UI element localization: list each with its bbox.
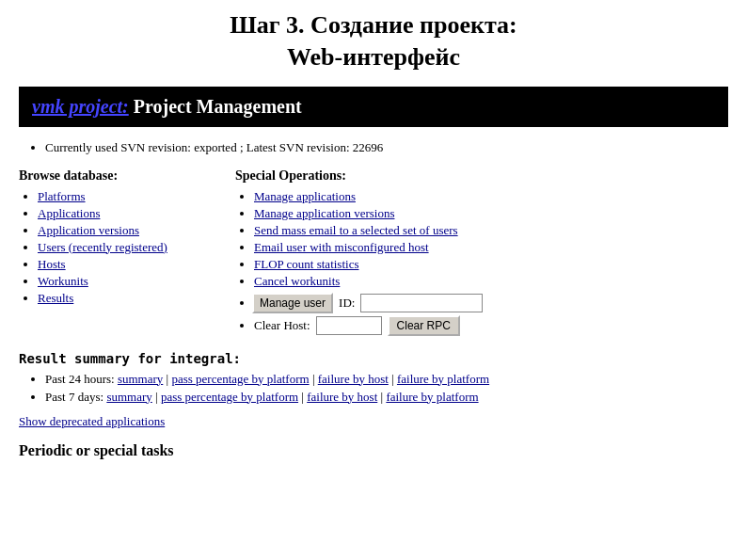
past-24-pass-link[interactable]: pass percentage by platform [171,372,309,386]
list-item: Manage applications [254,189,728,204]
workunits-link[interactable]: Workunits [38,274,88,288]
clear-host-row: Clear Host: Clear RPC [254,315,728,336]
list-item: Application versions [38,223,235,238]
past-24-failure-platform-link[interactable]: failure by platform [397,372,489,386]
manage-user-button[interactable]: Manage user [252,293,333,313]
special-heading: Special Operations: [235,168,728,184]
past-7-item: Past 7 days: summary | pass percentage b… [45,390,728,405]
special-column: Special Operations: Manage applications … [235,168,728,338]
result-summary: Result summary for integral: Past 24 hou… [19,351,728,405]
project-title: Project Management [129,96,302,117]
application-versions-link[interactable]: Application versions [38,223,139,237]
list-item: Send mass email to a selected set of use… [254,223,728,238]
past-24-failure-host-link[interactable]: failure by host [318,372,389,386]
past-24-summary-link[interactable]: summary [118,372,163,386]
svn-info: Currently used SVN revision: exported ; … [19,140,728,155]
header-bar: vmk project: Project Management [19,87,728,127]
past-24-label: Past 24 hours: [45,372,115,386]
list-item: Email user with misconfigured host [254,240,728,255]
clear-rpc-button[interactable]: Clear RPC [388,315,460,336]
browse-list: Platforms Applications Application versi… [19,189,235,306]
clear-host-input[interactable] [316,316,382,335]
past-7-label: Past 7 days: [45,390,103,404]
clear-host-label: Clear Host: [254,318,310,333]
flop-count-link[interactable]: FLOP count statistics [254,257,358,271]
show-deprecated-link[interactable]: Show deprecated applications [19,414,165,428]
show-deprecated: Show deprecated applications [19,414,728,429]
browse-heading: Browse database: [19,168,235,184]
project-link[interactable]: vmk project: [32,96,129,117]
clear-host-item: Clear Host: Clear RPC [254,315,728,336]
past-7-pass-link[interactable]: pass percentage by platform [161,390,298,404]
past-7-failure-platform-link[interactable]: failure by platform [386,390,478,404]
list-item: Applications [38,206,235,221]
columns-wrapper: Browse database: Platforms Applications … [19,168,728,338]
email-user-link[interactable]: Email user with misconfigured host [254,240,429,254]
page-title: Шаг 3. Создание проекта: Web-интерфейс [19,9,728,73]
manage-application-versions-link[interactable]: Manage application versions [254,206,394,220]
result-summary-heading: Result summary for integral: [19,351,728,366]
users-recently-link[interactable]: Users (recently registered) [38,240,167,254]
list-item: Hosts [38,257,235,272]
results-link[interactable]: Results [38,291,73,305]
manage-user-item: Manage user ID: [254,293,728,313]
manage-user-row: Manage user ID: [252,293,728,313]
list-item: Workunits [38,274,235,289]
svn-revision-info: Currently used SVN revision: exported ; … [45,140,728,155]
past-24-item: Past 24 hours: summary | pass percentage… [45,372,728,387]
manage-user-id-input[interactable] [360,294,483,312]
browse-column: Browse database: Platforms Applications … [19,168,235,338]
special-list: Manage applications Manage application v… [235,189,728,336]
list-item: Results [38,291,235,306]
platforms-link[interactable]: Platforms [38,189,86,203]
applications-link[interactable]: Applications [38,206,100,220]
send-mass-email-link[interactable]: Send mass email to a selected set of use… [254,223,458,237]
list-item: FLOP count statistics [254,257,728,272]
hosts-link[interactable]: Hosts [38,257,66,271]
periodic-tasks-heading: Periodic or special tasks [19,442,728,459]
list-item: Cancel workunits [254,274,728,289]
list-item: Manage application versions [254,206,728,221]
past-7-failure-host-link[interactable]: failure by host [307,390,377,404]
past-7-summary-link[interactable]: summary [106,390,151,404]
list-item: Users (recently registered) [38,240,235,255]
id-label: ID: [339,296,355,311]
result-summary-list: Past 24 hours: summary | pass percentage… [19,372,728,405]
list-item: Platforms [38,189,235,204]
manage-applications-link[interactable]: Manage applications [254,189,356,203]
cancel-workunits-link[interactable]: Cancel workunits [254,274,340,288]
